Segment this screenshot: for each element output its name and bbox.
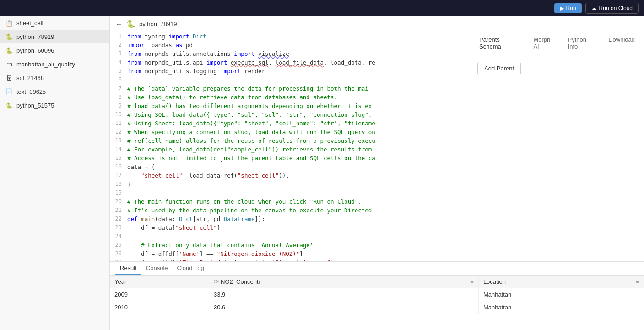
cell-location: Manhattan: [478, 301, 644, 314]
line-content: def main(data: Dict[str, pd.DataFrame]):: [127, 215, 470, 222]
sidebar-item-manhattan_air_quality[interactable]: 🗃 manhattan_air_quality: [0, 57, 109, 71]
line-content: # For example, load_data(ref("sample_cel…: [127, 146, 470, 153]
line-number: 18: [110, 180, 127, 187]
sidebar-label-text_09625: text_09625: [16, 88, 104, 95]
result-table[interactable]: Year 09 NO2_Concentr ≡: [110, 276, 644, 330]
code-line: 10# Using SQL: load_data({"type": "sql",…: [110, 111, 470, 119]
line-number: 7: [110, 85, 127, 92]
sidebar-label-python_60096: python_60096: [16, 47, 104, 54]
line-content: # It's used by the data pipeline on the …: [127, 206, 470, 214]
line-content: }: [127, 180, 470, 188]
sidebar-item-python_60096[interactable]: 🐍 python_60096: [0, 43, 109, 57]
line-content: "sheet_cell": load_data(ref("sheet_cell"…: [127, 172, 470, 179]
line-number: 16: [110, 163, 127, 170]
bottom-tabs: Result Console Cloud Log: [110, 262, 644, 276]
back-arrow[interactable]: ←: [115, 20, 123, 28]
line-number: 1: [110, 32, 127, 39]
code-editor[interactable]: 1from typing import Dict2import pandas a…: [110, 32, 470, 261]
table-row: 2010 30.6 Manhattan: [110, 301, 644, 314]
code-line: 13# ref(cell_name) allows for the reuse …: [110, 137, 470, 146]
sidebar-icon-sheet_cell: 📋: [5, 19, 13, 27]
sidebar-icon-sql_21468: 🗄: [5, 74, 13, 81]
tab-console[interactable]: Console: [141, 262, 173, 275]
run-cloud-label: Run on Cloud: [599, 5, 633, 11]
cell-header: ← 🐍 python_78919: [110, 16, 644, 32]
line-number: 15: [110, 154, 127, 161]
code-line: 8# Use load_data() to retrieve data from…: [110, 93, 470, 102]
line-number: 20: [110, 198, 127, 205]
sidebar-label-manhattan_air_quality: manhattan_air_quality: [16, 61, 104, 68]
line-content: # load_data() has two different argument…: [127, 102, 470, 109]
sidebar-item-sheet_cell[interactable]: 📋 sheet_cell: [0, 16, 109, 30]
tab-result[interactable]: Result: [115, 262, 141, 275]
content-area: ← 🐍 python_78919 1from typing import Dic…: [110, 16, 644, 330]
run-on-cloud-button[interactable]: ☁ Run on Cloud: [585, 3, 639, 14]
cloud-icon: ☁: [591, 5, 597, 11]
tab-python-info[interactable]: Python Info: [563, 32, 603, 54]
sidebar-item-text_09625[interactable]: 📄 text_09625: [0, 85, 109, 98]
line-content: # Using Sheet: load_data({"type": "sheet…: [127, 119, 470, 127]
line-number: 17: [110, 172, 127, 179]
cell-name: python_78919: [139, 21, 177, 27]
line-content: # Extract only data that contains 'Annua…: [127, 241, 470, 249]
run-label: Run: [566, 5, 576, 11]
line-content: [127, 76, 470, 76]
code-line: 19: [110, 189, 470, 198]
code-line: 20# The main function runs on the cloud …: [110, 198, 470, 206]
run-button[interactable]: ▶ Run: [554, 3, 582, 13]
tab-download[interactable]: Download: [603, 32, 640, 54]
line-number: 8: [110, 93, 127, 100]
line-number: 10: [110, 111, 127, 118]
cell-no2: 33.9: [209, 288, 478, 301]
tab-morph-ai[interactable]: Morph AI: [528, 32, 562, 54]
col-year: Year: [110, 276, 209, 288]
code-line: 27 df = df[df['Time Period'].str.contain…: [110, 259, 470, 261]
line-content: # Using SQL: load_data({"type": "sql", "…: [127, 111, 470, 118]
line-content: # When specifying a connection_slug, loa…: [127, 128, 470, 135]
line-content: # The `data` variable prepares the data …: [127, 85, 470, 92]
line-content: from morphdb_utils.annotations import vi…: [127, 50, 470, 57]
cell-no2: 30.6: [209, 301, 478, 314]
line-number: 25: [110, 241, 127, 248]
line-number: 26: [110, 250, 127, 257]
code-line: 25 # Extract only data that contains 'An…: [110, 241, 470, 250]
line-number: 12: [110, 128, 127, 135]
line-number: 4: [110, 59, 127, 65]
code-line: 4from morphdb_utils.api import execute_s…: [110, 59, 470, 67]
sidebar-label-python_78919: python_78919: [16, 33, 104, 40]
sidebar-item-sql_21468[interactable]: 🗄 sql_21468: [0, 71, 109, 85]
table-row: 2009 33.9 Manhattan: [110, 288, 644, 301]
python-icon: 🐍: [126, 20, 135, 28]
data-table: Year 09 NO2_Concentr ≡: [110, 276, 644, 314]
tab-cloud-log[interactable]: Cloud Log: [173, 262, 209, 275]
line-content: df = data["sheet_cell"]: [127, 224, 470, 231]
right-panel: Parents Schema Morph AI Python Info Down…: [470, 32, 644, 261]
line-content: [127, 233, 470, 233]
col-no2: 09 NO2_Concentr ≡: [209, 276, 478, 288]
col-menu-icon[interactable]: ≡: [470, 278, 474, 285]
line-number: 5: [110, 67, 127, 74]
code-line: 21# It's used by the data pipeline on th…: [110, 206, 470, 215]
line-number: 27: [110, 259, 127, 261]
line-number: 14: [110, 146, 127, 152]
sidebar-item-python_51575[interactable]: 🐍 python_51575: [0, 98, 109, 112]
code-line: 23 df = data["sheet_cell"]: [110, 224, 470, 233]
cell-year: 2009: [110, 288, 209, 301]
line-content: df = df[df['Time Period'].str.contains("…: [127, 259, 470, 261]
code-line: 7# The `data` variable prepares the data…: [110, 85, 470, 93]
col-location: Location ≡: [478, 276, 644, 288]
cell-location: Manhattan: [478, 288, 644, 301]
code-line: 14# For example, load_data(ref("sample_c…: [110, 146, 470, 154]
line-number: 23: [110, 224, 127, 231]
col-menu-icon-2[interactable]: ≡: [635, 278, 639, 285]
sidebar-icon-python_60096: 🐍: [5, 47, 13, 54]
right-panel-tabs: Parents Schema Morph AI Python Info Down…: [470, 32, 644, 54]
right-panel-content: Add Parent: [470, 54, 644, 261]
code-line: 24: [110, 233, 470, 241]
add-parent-button[interactable]: Add Parent: [477, 62, 521, 75]
sidebar-icon-text_09625: 📄: [5, 88, 13, 95]
code-line: 2import pandas as pd: [110, 41, 470, 50]
sidebar-item-python_78919[interactable]: 🐍 python_78919: [0, 30, 109, 43]
tab-parents-schema[interactable]: Parents Schema: [474, 32, 528, 54]
line-content: from morphdb_utils.api import execute_sq…: [127, 59, 470, 66]
